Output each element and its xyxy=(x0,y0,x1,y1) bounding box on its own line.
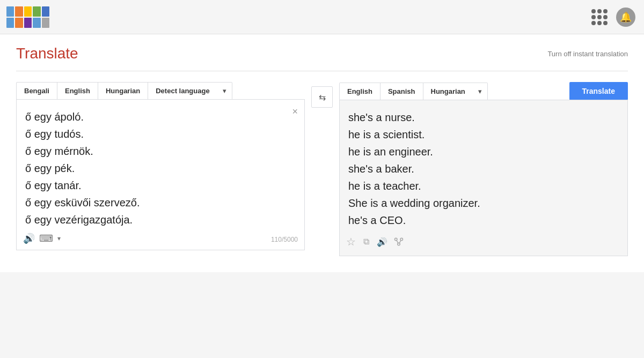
source-tab-dropdown[interactable]: ▾ xyxy=(217,82,232,100)
logo xyxy=(6,6,49,28)
source-tab-bengali[interactable]: Bengali xyxy=(16,82,57,100)
source-tab-detect[interactable]: Detect language xyxy=(148,82,217,100)
target-tab-english[interactable]: English xyxy=(339,83,380,100)
copy-icon[interactable]: ⧉ xyxy=(363,237,369,247)
source-lang-tabs: Bengali English Hungarian Detect languag… xyxy=(16,82,305,100)
source-tools: 🔊 ⌨ ▾ xyxy=(23,233,61,244)
speaker-icon[interactable]: 🔊 xyxy=(23,233,35,244)
target-text-box: she's a nurse. he is a scientist. he is … xyxy=(339,100,628,256)
clear-button[interactable]: × xyxy=(292,106,298,117)
char-count: 110/5000 xyxy=(271,236,298,243)
source-text-box: ő egy ápoló. ő egy tudós. ő egy mérnök. … xyxy=(16,99,305,250)
source-tab-hungarian[interactable]: Hungarian xyxy=(98,82,148,100)
grid-icon[interactable] xyxy=(591,9,608,25)
target-side: English Spanish Hungarian ▾ Translate sh… xyxy=(339,82,628,256)
target-tab-spanish[interactable]: Spanish xyxy=(380,83,423,100)
target-lang-row: English Spanish Hungarian ▾ Translate xyxy=(339,82,628,100)
svg-line-4 xyxy=(397,240,398,243)
logo-mosaic xyxy=(6,6,49,28)
target-tools: ☆ ⧉ 🔊 xyxy=(346,235,405,248)
topbar-icons: 🔔 xyxy=(591,8,635,27)
translated-text: she's a nurse. he is a scientist. he is … xyxy=(348,109,619,229)
source-text[interactable]: ő egy ápoló. ő egy tudós. ő egy mérnök. … xyxy=(25,108,296,228)
swap-button[interactable]: ⇆ xyxy=(311,86,333,108)
svg-line-3 xyxy=(399,240,401,243)
topbar: 🔔 xyxy=(0,0,644,34)
target-tab-dropdown[interactable]: ▾ xyxy=(473,83,488,100)
star-icon[interactable]: ☆ xyxy=(346,235,356,248)
page-header: Translate Turn off instant translation xyxy=(16,45,628,71)
keyboard-icon[interactable]: ⌨ xyxy=(39,233,53,244)
source-side: Bengali English Hungarian Detect languag… xyxy=(16,82,305,250)
target-tab-hungarian[interactable]: Hungarian xyxy=(423,83,473,100)
target-lang-tabs: English Spanish Hungarian ▾ xyxy=(339,83,565,100)
volume-icon[interactable]: 🔊 xyxy=(377,237,387,247)
translate-button[interactable]: Translate xyxy=(569,82,628,100)
keyboard-dropdown[interactable]: ▾ xyxy=(57,235,61,242)
page-title: Translate xyxy=(16,45,78,62)
instant-translation-link[interactable]: Turn off instant translation xyxy=(547,50,628,58)
source-tab-english[interactable]: English xyxy=(57,82,98,100)
notification-bell[interactable]: 🔔 xyxy=(616,8,635,27)
share-icon[interactable] xyxy=(394,237,406,247)
